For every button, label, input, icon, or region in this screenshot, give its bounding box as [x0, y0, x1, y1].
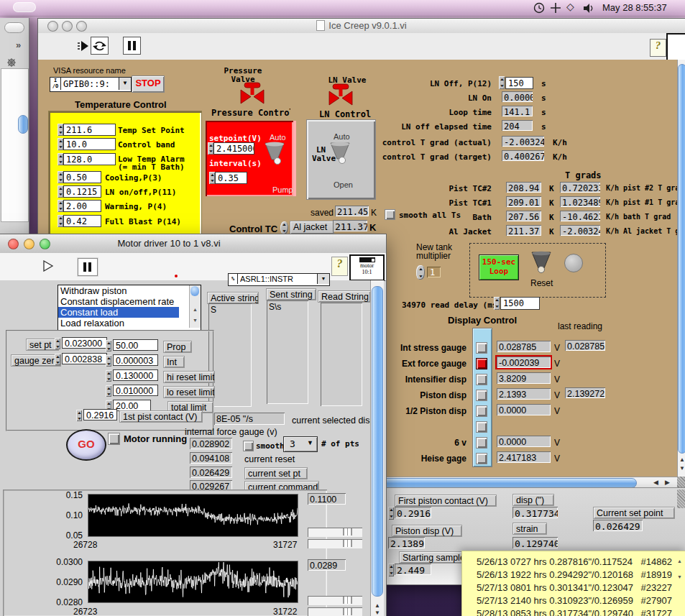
motor-vi-icon[interactable]: motor 10:1: [349, 254, 385, 281]
prop-spinner[interactable]: ▲▼: [106, 340, 111, 351]
menu-extra-pill[interactable]: [13, 2, 36, 12]
set-pt-input[interactable]: 0.023000: [62, 337, 107, 349]
spotlight-icon[interactable]: ◇: [566, 1, 574, 12]
mode-item-const-load[interactable]: Constant load: [58, 307, 179, 318]
pressure-valve-icon[interactable]: [239, 82, 265, 107]
minimize-button[interactable]: [24, 239, 35, 249]
chart1-xscale-slider[interactable]: [308, 528, 362, 537]
display-btn-int-stress[interactable]: [476, 342, 487, 354]
loop-button[interactable]: 150-sec Loop: [479, 254, 519, 280]
zoom-button[interactable]: [76, 21, 87, 32]
chart2-yscale-slider[interactable]: [308, 607, 362, 616]
display-btn-intensifier[interactable]: [476, 374, 487, 385]
chart1-yscale-slider[interactable]: [308, 539, 362, 548]
control-tc-spinner[interactable]: ▲▼: [280, 221, 288, 234]
close-button[interactable]: [8, 239, 19, 249]
ice-title-bar[interactable]: Ice Creep v9.0.1.vi: [38, 19, 685, 34]
new-tank-value[interactable]: 1: [427, 267, 441, 277]
ln-valve-icon[interactable]: [328, 83, 354, 109]
bg-scrollbar-thumb[interactable]: [18, 115, 28, 134]
scroll-up-icon[interactable]: ▲: [679, 456, 685, 463]
first-pist-input[interactable]: 0.2916: [83, 409, 117, 420]
reset-knob[interactable]: [529, 251, 553, 278]
display-btn-spare[interactable]: [476, 421, 487, 433]
setpoint-input[interactable]: 2.415000: [213, 142, 254, 155]
log-scroll-down-icon[interactable]: ▼: [677, 574, 682, 579]
slider-grip[interactable]: [343, 540, 352, 547]
help-button[interactable]: ?: [331, 257, 348, 276]
motor-running-checkbox[interactable]: [108, 433, 120, 445]
volume-icon[interactable]: [584, 3, 595, 16]
starting-sample-spinner[interactable]: ▲▼: [388, 564, 394, 576]
first-contact-spinner[interactable]: ▲▼: [388, 507, 394, 520]
set-pt-spinner[interactable]: ▲▼: [55, 338, 60, 349]
help-button[interactable]: ?: [650, 39, 666, 57]
pause-button[interactable]: [123, 37, 141, 55]
log-scroll-up-icon[interactable]: ▲: [677, 558, 682, 564]
scroll-up-icon[interactable]: ▲: [374, 602, 380, 609]
warming-spinner[interactable]: ▲▼: [58, 200, 63, 212]
motor-v-scrollbar[interactable]: ▲ ▼: [370, 280, 384, 616]
control-band-input[interactable]: 10.0: [63, 138, 116, 150]
int-spinner[interactable]: ▲▼: [106, 355, 111, 367]
smooth-toggle[interactable]: [243, 441, 254, 451]
slider-grip[interactable]: [343, 528, 352, 535]
low-temp-alarm-input[interactable]: 128.0: [63, 153, 116, 165]
scroll-down-icon[interactable]: ▼: [679, 465, 685, 472]
pressure-knob[interactable]: [262, 141, 288, 170]
run-button[interactable]: [42, 260, 54, 275]
slider-grip[interactable]: [343, 608, 352, 615]
display-btn-piston[interactable]: [476, 390, 487, 401]
move-icon[interactable]: [551, 3, 561, 16]
hi-reset-input[interactable]: 0.130000: [113, 369, 158, 381]
mode-item-withdraw[interactable]: Withdraw piston: [58, 285, 201, 296]
visa-dropdown-button[interactable]: ▼: [317, 274, 329, 284]
scroll-ball[interactable]: [190, 286, 199, 296]
ice-resize-corner[interactable]: [677, 477, 685, 488]
ice-v-scrollbar[interactable]: ▲ ▼: [677, 60, 685, 477]
motor-title-bar[interactable]: Motor driver 10 to 1 v8.vi: [0, 234, 386, 254]
ln-onoff-spinner[interactable]: ▲▼: [58, 185, 63, 198]
first-pist-spinner[interactable]: ▲▼: [76, 410, 82, 421]
full-blast-input[interactable]: 0.42: [63, 215, 101, 227]
color-box-control[interactable]: [666, 33, 685, 62]
temp-setpoint-input[interactable]: 211.6: [63, 124, 116, 136]
lo-reset-spinner[interactable]: ▲▼: [106, 385, 111, 397]
scroll-right-icon[interactable]: ▶: [665, 479, 670, 486]
scroll-down-icon[interactable]: ▼: [193, 318, 198, 323]
full-blast-spinner[interactable]: ▲▼: [58, 215, 63, 227]
chart2-xscale-slider[interactable]: [308, 596, 362, 605]
clock-icon[interactable]: [533, 2, 545, 17]
ln-off-spinner[interactable]: ▲▼: [499, 76, 505, 89]
minimize-button[interactable]: [62, 21, 73, 32]
motor-visa-combo[interactable]: % ASRL1::INSTR ▼: [228, 273, 330, 286]
starting-sample-value[interactable]: 2.449: [395, 564, 431, 575]
display-btn-6v[interactable]: [476, 437, 487, 449]
prop-input[interactable]: 50.00: [113, 339, 158, 351]
oval-button[interactable]: [4, 22, 24, 33]
slider-grip[interactable]: [343, 597, 352, 604]
low-temp-alarm-spinner[interactable]: ▲▼: [58, 153, 63, 165]
stop-button[interactable]: STOP: [132, 75, 165, 93]
gauge-zero-input[interactable]: 0.002838: [62, 353, 107, 364]
setpoint-spinner[interactable]: ▲▼: [208, 142, 213, 155]
pause-button[interactable]: [78, 258, 98, 276]
motor-v-thumb[interactable]: [372, 286, 383, 597]
mode-item-load-relax[interactable]: Load relaxation: [58, 318, 201, 328]
gauge-zero-spinner[interactable]: ▲▼: [55, 354, 60, 365]
go-button[interactable]: GO: [66, 429, 106, 461]
mode-item-const-disp[interactable]: Constant displacement rate: [58, 296, 201, 307]
interval-input[interactable]: 0.35: [215, 172, 247, 184]
first-contact-value[interactable]: 0.2916: [395, 507, 431, 518]
visa-resource-combo[interactable]: I/O GPIB0::9: ▼: [50, 77, 132, 92]
cooling-input[interactable]: 0.50: [63, 171, 101, 183]
hi-reset-spinner[interactable]: ▲▼: [106, 370, 111, 382]
read-delay-input[interactable]: 1500: [500, 297, 540, 310]
menu-clock[interactable]: May 28 8:55:37: [602, 2, 681, 13]
total-limit-input[interactable]: 20.00: [113, 400, 151, 411]
temp-setpoint-spinner[interactable]: ▲▼: [58, 124, 63, 136]
close-button[interactable]: [47, 21, 58, 32]
mode-list-scrollbar[interactable]: ▲ ▼: [189, 285, 201, 328]
pts-dropdown[interactable]: 3 ▼: [283, 436, 318, 452]
control-band-spinner[interactable]: ▲▼: [58, 138, 63, 150]
